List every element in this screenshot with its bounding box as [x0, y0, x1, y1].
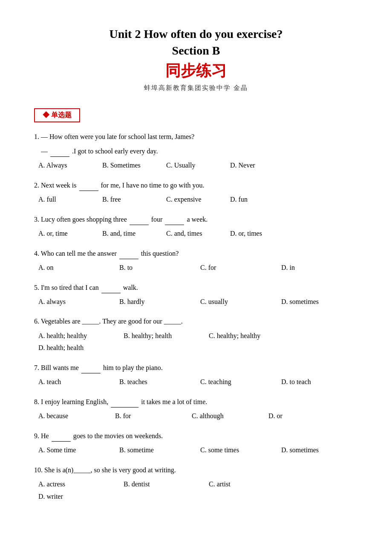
question-1-options: A. Always B. Sometimes C. Usually D. Nev… — [34, 159, 358, 172]
option-3d: D. or, times — [230, 228, 281, 240]
question-8: 8. I enjoy learning English, it takes me… — [34, 396, 358, 422]
question-1-text: 1. — How often were you late for school … — [34, 131, 358, 142]
title-line1: Unit 2 How often do you exercise? — [34, 26, 358, 42]
option-3b: B. and, time — [102, 228, 153, 240]
question-7: 7. Bill wants me him to play the piano. … — [34, 362, 358, 388]
question-3-text: 3. Lucy often goes shopping three four a… — [34, 214, 358, 225]
question-4-options: A. on B. to C. for D. in — [34, 262, 358, 274]
option-9b: B. sometime — [119, 444, 187, 457]
question-5-text: 5. I'm so tired that I can walk. — [34, 282, 358, 293]
option-7b: B. teaches — [119, 376, 187, 388]
option-7c: C. teaching — [200, 376, 268, 388]
question-1: 1. — How often were you late for school … — [34, 131, 358, 171]
option-10c: C. artist — [209, 478, 281, 491]
question-4: 4. Who can tell me the answer this quest… — [34, 248, 358, 274]
question-2-text: 2. Next week is for me, I have no time t… — [34, 179, 358, 191]
question-6: 6. Vegetables are _____. They are good f… — [34, 315, 358, 354]
option-7a: A. teach — [38, 376, 107, 388]
question-9-text: 9. He goes to the movies on weekends. — [34, 430, 358, 442]
question-3: 3. Lucy often goes shopping three four a… — [34, 214, 358, 240]
question-5: 5. I'm so tired that I can walk. A. alwa… — [34, 282, 358, 308]
option-2a: A. full — [38, 194, 89, 206]
option-1d: D. Never — [230, 159, 281, 172]
question-8-text: 8. I enjoy learning English, it takes me… — [34, 396, 358, 408]
option-1c: C. Usually — [166, 159, 217, 172]
option-5b: B. hardly — [119, 296, 187, 308]
option-2c: C. expensive — [166, 194, 217, 206]
option-9d: D. sometimes — [281, 444, 349, 457]
section-label: ◆ 单选题 — [34, 108, 80, 122]
question-10-text: 10. She is a(n)_____, so she is very goo… — [34, 464, 358, 476]
option-9c: C. some times — [200, 444, 268, 457]
option-6d: D. health; health — [38, 342, 111, 354]
title-chinese: 同步练习 — [34, 61, 358, 81]
option-1a: A. Always — [38, 159, 89, 172]
option-10d: D. writer — [38, 491, 111, 503]
option-2b: B. free — [102, 194, 153, 206]
option-4d: D. in — [281, 262, 349, 274]
question-5-options: A. always B. hardly C. usually D. someti… — [34, 296, 358, 308]
option-3a: A. or, time — [38, 228, 89, 240]
option-4a: A. on — [38, 262, 107, 274]
question-9: 9. He goes to the movies on weekends. A.… — [34, 430, 358, 457]
question-2-options: A. full B. free C. expensive D. fun — [34, 194, 358, 206]
option-4b: B. to — [119, 262, 187, 274]
question-10-options: A. actress B. dentist C. artist D. write… — [34, 478, 358, 503]
option-5d: D. sometimes — [281, 296, 349, 308]
option-8b: B. for — [115, 410, 179, 422]
title-section: Unit 2 How often do you exercise? Sectio… — [34, 26, 358, 92]
question-8-options: A. because B. for C. although D. or — [34, 410, 358, 422]
option-6a: A. health; healthy — [38, 330, 111, 342]
question-6-options: A. health; healthy B. healthy; health C.… — [34, 330, 358, 355]
option-2d: D. fun — [230, 194, 281, 206]
option-10b: B. dentist — [124, 478, 196, 491]
question-4-text: 4. Who can tell me the answer this quest… — [34, 248, 358, 259]
question-9-options: A. Some time B. sometime C. some times D… — [34, 444, 358, 457]
option-4c: C. for — [200, 262, 268, 274]
question-3-options: A. or, time B. and, time C. and, times D… — [34, 228, 358, 240]
option-8c: C. although — [192, 410, 256, 422]
option-7d: D. to teach — [281, 376, 349, 388]
question-10: 10. She is a(n)_____, so she is very goo… — [34, 464, 358, 503]
option-5c: C. usually — [200, 296, 268, 308]
option-10a: A. actress — [38, 478, 111, 491]
option-8a: A. because — [38, 410, 102, 422]
question-7-text: 7. Bill wants me him to play the piano. — [34, 362, 358, 373]
option-8d: D. or — [268, 410, 332, 422]
school-name: 蚌埠高新教育集团实验中学 金晶 — [34, 84, 358, 92]
option-3c: C. and, times — [166, 228, 217, 240]
option-6c: C. healthy; healthy — [209, 330, 281, 342]
question-2: 2. Next week is for me, I have no time t… — [34, 179, 358, 206]
option-1b: B. Sometimes — [102, 159, 153, 172]
option-6b: B. healthy; health — [124, 330, 196, 342]
question-6-text: 6. Vegetables are _____. They are good f… — [34, 315, 358, 327]
question-7-options: A. teach B. teaches C. teaching D. to te… — [34, 376, 358, 388]
question-1-text2: — .I got to school early every day. — [34, 145, 358, 157]
title-line2: Section B — [34, 42, 358, 59]
option-5a: A. always — [38, 296, 107, 308]
option-9a: A. Some time — [38, 444, 107, 457]
